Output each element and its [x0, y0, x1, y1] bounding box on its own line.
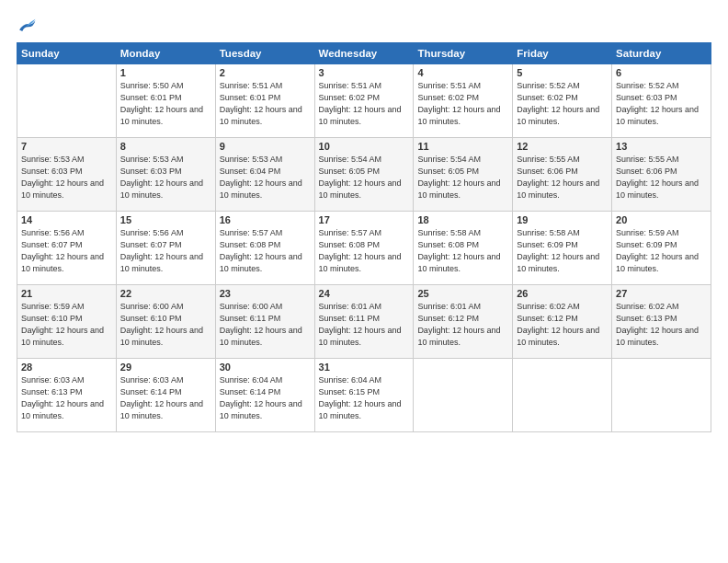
day-number: 17	[319, 214, 410, 225]
calendar-cell: 14Sunrise: 5:56 AM Sunset: 6:07 PM Dayli…	[17, 212, 117, 285]
calendar-cell: 23Sunrise: 6:00 AM Sunset: 6:11 PM Dayli…	[215, 285, 314, 359]
calendar-cell: 20Sunrise: 5:59 AM Sunset: 6:09 PM Dayli…	[612, 212, 711, 285]
calendar-cell: 4Sunrise: 5:51 AM Sunset: 6:02 PM Daylig…	[414, 64, 513, 138]
day-info: Sunrise: 5:59 AM Sunset: 6:09 PM Dayligh…	[616, 227, 707, 275]
day-info: Sunrise: 5:59 AM Sunset: 6:10 PM Dayligh…	[21, 301, 112, 349]
day-info: Sunrise: 5:51 AM Sunset: 6:02 PM Dayligh…	[319, 80, 410, 128]
day-number: 9	[220, 141, 311, 152]
calendar-cell: 1Sunrise: 5:50 AM Sunset: 6:01 PM Daylig…	[116, 64, 215, 138]
day-number: 12	[517, 141, 608, 152]
calendar-cell: 22Sunrise: 6:00 AM Sunset: 6:10 PM Dayli…	[116, 285, 215, 359]
day-info: Sunrise: 5:58 AM Sunset: 6:09 PM Dayligh…	[517, 227, 608, 275]
day-number: 21	[21, 288, 112, 299]
calendar-cell: 11Sunrise: 5:54 AM Sunset: 6:05 PM Dayli…	[414, 138, 513, 212]
calendar-cell: 6Sunrise: 5:52 AM Sunset: 6:03 PM Daylig…	[612, 64, 711, 138]
day-number: 18	[417, 214, 508, 225]
day-info: Sunrise: 5:51 AM Sunset: 6:01 PM Dayligh…	[220, 80, 311, 128]
col-header-tuesday: Tuesday	[215, 43, 314, 64]
day-info: Sunrise: 6:02 AM Sunset: 6:12 PM Dayligh…	[517, 301, 608, 349]
calendar-week-row: 28Sunrise: 6:03 AM Sunset: 6:13 PM Dayli…	[17, 359, 711, 432]
logo	[17, 17, 40, 33]
col-header-friday: Friday	[513, 43, 612, 64]
col-header-sunday: Sunday	[17, 43, 117, 64]
calendar-cell	[612, 359, 711, 432]
day-number: 14	[21, 214, 112, 225]
day-info: Sunrise: 5:54 AM Sunset: 6:05 PM Dayligh…	[417, 154, 508, 201]
day-number: 10	[319, 141, 410, 152]
calendar-cell	[17, 64, 117, 138]
day-info: Sunrise: 6:02 AM Sunset: 6:13 PM Dayligh…	[616, 301, 707, 349]
day-number: 23	[220, 288, 311, 299]
day-number: 11	[417, 141, 508, 152]
calendar-week-row: 14Sunrise: 5:56 AM Sunset: 6:07 PM Dayli…	[17, 212, 711, 285]
day-info: Sunrise: 5:52 AM Sunset: 6:02 PM Dayligh…	[517, 80, 608, 128]
calendar-cell: 26Sunrise: 6:02 AM Sunset: 6:12 PM Dayli…	[513, 285, 612, 359]
calendar-cell: 28Sunrise: 6:03 AM Sunset: 6:13 PM Dayli…	[17, 359, 117, 432]
header	[17, 17, 711, 33]
col-header-saturday: Saturday	[612, 43, 711, 64]
day-info: Sunrise: 6:00 AM Sunset: 6:11 PM Dayligh…	[220, 301, 311, 349]
calendar-table: SundayMondayTuesdayWednesdayThursdayFrid…	[17, 42, 711, 432]
page: SundayMondayTuesdayWednesdayThursdayFrid…	[0, 0, 728, 563]
day-info: Sunrise: 5:57 AM Sunset: 6:08 PM Dayligh…	[319, 227, 410, 275]
day-number: 24	[319, 288, 410, 299]
day-number: 1	[120, 67, 211, 78]
calendar-cell: 5Sunrise: 5:52 AM Sunset: 6:02 PM Daylig…	[513, 64, 612, 138]
calendar-cell: 17Sunrise: 5:57 AM Sunset: 6:08 PM Dayli…	[314, 212, 414, 285]
day-info: Sunrise: 6:03 AM Sunset: 6:13 PM Dayligh…	[21, 374, 112, 422]
day-number: 7	[21, 141, 112, 152]
calendar-cell: 30Sunrise: 6:04 AM Sunset: 6:14 PM Dayli…	[215, 359, 314, 432]
day-number: 30	[220, 362, 311, 373]
day-info: Sunrise: 6:01 AM Sunset: 6:12 PM Dayligh…	[417, 301, 508, 349]
day-info: Sunrise: 5:55 AM Sunset: 6:06 PM Dayligh…	[517, 154, 608, 201]
day-number: 2	[220, 67, 311, 78]
calendar-cell: 31Sunrise: 6:04 AM Sunset: 6:15 PM Dayli…	[314, 359, 414, 432]
day-number: 19	[517, 214, 608, 225]
day-number: 27	[616, 288, 707, 299]
calendar-week-row: 1Sunrise: 5:50 AM Sunset: 6:01 PM Daylig…	[17, 64, 711, 138]
day-number: 22	[120, 288, 211, 299]
calendar-cell	[513, 359, 612, 432]
calendar-week-row: 7Sunrise: 5:53 AM Sunset: 6:03 PM Daylig…	[17, 138, 711, 212]
day-info: Sunrise: 6:00 AM Sunset: 6:10 PM Dayligh…	[120, 301, 211, 349]
day-info: Sunrise: 6:01 AM Sunset: 6:11 PM Dayligh…	[319, 301, 410, 349]
col-header-monday: Monday	[116, 43, 215, 64]
calendar-cell: 9Sunrise: 5:53 AM Sunset: 6:04 PM Daylig…	[215, 138, 314, 212]
day-number: 25	[417, 288, 508, 299]
day-number: 20	[616, 214, 707, 225]
calendar-cell: 3Sunrise: 5:51 AM Sunset: 6:02 PM Daylig…	[314, 64, 414, 138]
day-number: 13	[616, 141, 707, 152]
day-info: Sunrise: 5:50 AM Sunset: 6:01 PM Dayligh…	[120, 80, 211, 128]
col-header-thursday: Thursday	[414, 43, 513, 64]
day-number: 6	[616, 67, 707, 78]
day-number: 5	[517, 67, 608, 78]
calendar-cell: 7Sunrise: 5:53 AM Sunset: 6:03 PM Daylig…	[17, 138, 117, 212]
calendar-cell: 12Sunrise: 5:55 AM Sunset: 6:06 PM Dayli…	[513, 138, 612, 212]
day-info: Sunrise: 6:04 AM Sunset: 6:15 PM Dayligh…	[319, 374, 410, 422]
calendar-cell	[414, 359, 513, 432]
day-number: 16	[220, 214, 311, 225]
calendar-cell: 10Sunrise: 5:54 AM Sunset: 6:05 PM Dayli…	[314, 138, 414, 212]
calendar-cell: 15Sunrise: 5:56 AM Sunset: 6:07 PM Dayli…	[116, 212, 215, 285]
day-number: 8	[120, 141, 211, 152]
day-info: Sunrise: 5:57 AM Sunset: 6:08 PM Dayligh…	[220, 227, 311, 275]
calendar-cell: 24Sunrise: 6:01 AM Sunset: 6:11 PM Dayli…	[314, 285, 414, 359]
day-info: Sunrise: 5:58 AM Sunset: 6:08 PM Dayligh…	[417, 227, 508, 275]
day-info: Sunrise: 5:53 AM Sunset: 6:03 PM Dayligh…	[21, 154, 112, 201]
day-number: 28	[21, 362, 112, 373]
day-number: 4	[417, 67, 508, 78]
day-number: 31	[319, 362, 410, 373]
col-header-wednesday: Wednesday	[314, 43, 414, 64]
day-number: 15	[120, 214, 211, 225]
day-info: Sunrise: 5:51 AM Sunset: 6:02 PM Dayligh…	[417, 80, 508, 128]
calendar-cell: 18Sunrise: 5:58 AM Sunset: 6:08 PM Dayli…	[414, 212, 513, 285]
day-info: Sunrise: 5:56 AM Sunset: 6:07 PM Dayligh…	[21, 227, 112, 275]
calendar-header-row: SundayMondayTuesdayWednesdayThursdayFrid…	[17, 43, 711, 64]
day-info: Sunrise: 5:52 AM Sunset: 6:03 PM Dayligh…	[616, 80, 707, 128]
day-info: Sunrise: 5:55 AM Sunset: 6:06 PM Dayligh…	[616, 154, 707, 201]
calendar-cell: 19Sunrise: 5:58 AM Sunset: 6:09 PM Dayli…	[513, 212, 612, 285]
day-info: Sunrise: 5:54 AM Sunset: 6:05 PM Dayligh…	[319, 154, 410, 201]
calendar-cell: 25Sunrise: 6:01 AM Sunset: 6:12 PM Dayli…	[414, 285, 513, 359]
calendar-cell: 27Sunrise: 6:02 AM Sunset: 6:13 PM Dayli…	[612, 285, 711, 359]
day-info: Sunrise: 5:56 AM Sunset: 6:07 PM Dayligh…	[120, 227, 211, 275]
